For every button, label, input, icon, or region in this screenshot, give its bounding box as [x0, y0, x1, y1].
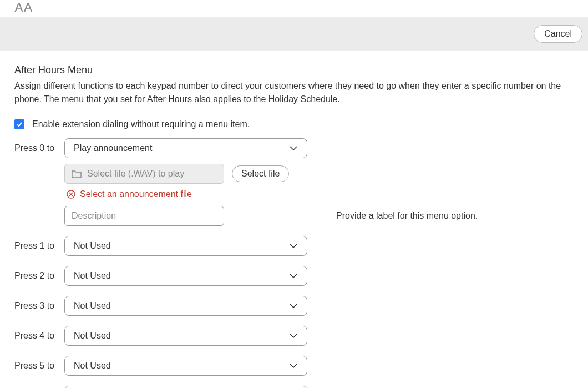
press-2-selection: Not Used — [74, 271, 111, 281]
chevron-down-icon — [289, 331, 298, 341]
press-2-label: Press 2 to — [14, 271, 58, 281]
chevron-down-icon — [289, 143, 298, 153]
chevron-down-icon — [289, 271, 298, 281]
press-0-selection: Play announcement — [74, 143, 152, 153]
header-bar: Cancel — [0, 17, 588, 51]
press-0-subarea: Select file (.WAV) to play Select file S… — [14, 164, 574, 226]
file-error-text: Select an announcement file — [80, 189, 192, 199]
press-2-row: Press 2 to Not Used — [14, 266, 574, 286]
content-area: After Hours Menu Assign different functi… — [0, 51, 588, 388]
press-5-label: Press 5 to — [14, 361, 58, 371]
section-description: Assign different functions to each keypa… — [14, 79, 574, 106]
chevron-down-icon — [289, 241, 298, 251]
press-4-dropdown[interactable]: Not Used — [64, 326, 307, 346]
file-error: Select an announcement file — [64, 189, 574, 199]
press-3-dropdown[interactable]: Not Used — [64, 296, 307, 316]
check-icon — [16, 121, 23, 128]
chevron-down-icon — [289, 301, 298, 311]
enable-extension-label: Enable extension dialing without requiri… — [32, 119, 250, 129]
press-2-dropdown[interactable]: Not Used — [64, 266, 307, 286]
press-5-selection: Not Used — [74, 361, 111, 371]
press-0-row: Press 0 to Play announcement — [14, 138, 574, 158]
select-file-button[interactable]: Select file — [232, 165, 289, 182]
press-6-dropdown[interactable]: Not Used — [64, 386, 307, 388]
press-0-label: Press 0 to — [14, 143, 58, 153]
folder-icon — [72, 170, 82, 178]
cancel-button[interactable]: Cancel — [534, 25, 582, 43]
press-0-dropdown[interactable]: Play announcement — [64, 138, 307, 158]
brand-label: AA — [0, 0, 588, 17]
press-5-row: Press 5 to Not Used — [14, 356, 574, 376]
chevron-down-icon — [289, 361, 298, 371]
press-1-selection: Not Used — [74, 241, 111, 251]
press-1-label: Press 1 to — [14, 241, 58, 251]
press-4-label: Press 4 to — [14, 331, 58, 341]
file-input-placeholder: Select file (.WAV) to play — [87, 169, 184, 179]
press-1-row: Press 1 to Not Used — [14, 236, 574, 256]
press-3-label: Press 3 to — [14, 301, 58, 311]
press-3-selection: Not Used — [74, 301, 111, 311]
description-row: Provide a label for this menu option. — [64, 206, 574, 226]
press-6-row: Press 6 to Not Used — [14, 386, 574, 388]
error-icon — [67, 190, 75, 199]
press-3-row: Press 3 to Not Used — [14, 296, 574, 316]
description-help: Provide a label for this menu option. — [336, 211, 478, 221]
press-4-row: Press 4 to Not Used — [14, 326, 574, 346]
file-select-row: Select file (.WAV) to play Select file — [64, 164, 574, 184]
section-title: After Hours Menu — [14, 64, 574, 76]
enable-extension-checkbox[interactable] — [14, 119, 24, 129]
file-input[interactable]: Select file (.WAV) to play — [64, 164, 224, 184]
press-4-selection: Not Used — [74, 331, 111, 341]
enable-extension-row: Enable extension dialing without requiri… — [14, 119, 574, 129]
press-1-dropdown[interactable]: Not Used — [64, 236, 307, 256]
press-5-dropdown[interactable]: Not Used — [64, 356, 307, 376]
description-input[interactable] — [64, 206, 224, 226]
